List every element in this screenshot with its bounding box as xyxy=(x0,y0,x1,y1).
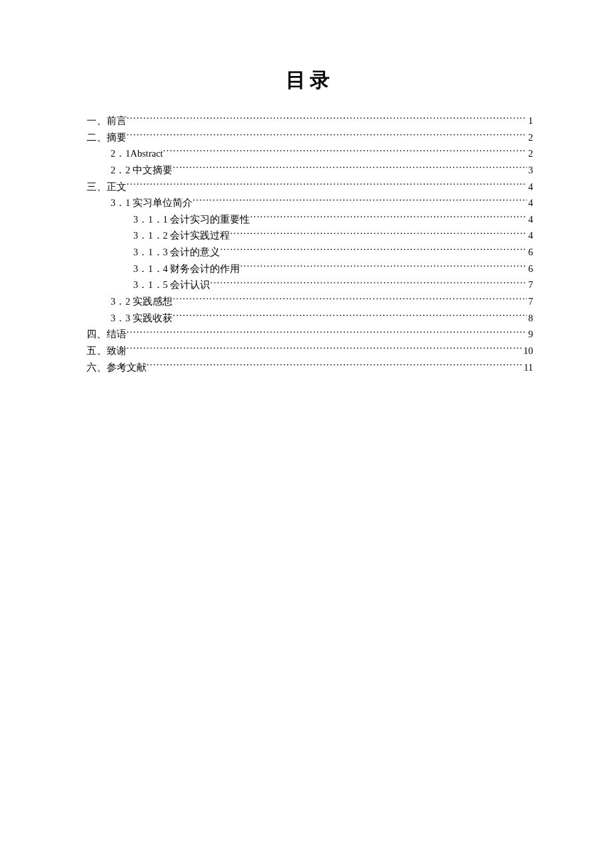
toc-entry-page: 3 xyxy=(527,162,533,179)
toc-leader-dots xyxy=(230,229,526,239)
toc-entry-page: 4 xyxy=(527,211,533,228)
toc-leader-dots xyxy=(240,262,526,272)
toc-entry-page: 9 xyxy=(527,326,533,343)
toc-entry-page: 7 xyxy=(527,277,533,293)
toc-entry: 3．1．4 财务会计的作用 6 xyxy=(87,261,533,277)
toc-leader-dots xyxy=(250,213,526,223)
toc-leader-dots xyxy=(173,163,527,173)
toc-entry-label: 3．1．1 会计实习的重要性 xyxy=(133,211,250,228)
toc-entry-label: 2．1Abstract xyxy=(111,145,163,162)
toc-leader-dots xyxy=(220,246,526,256)
toc-leader-dots xyxy=(163,147,527,157)
toc-entry-label: 3．1 实习单位简介 xyxy=(111,195,193,211)
toc-entry-page: 7 xyxy=(527,293,533,310)
toc-entry: 3．1．3 会计的意义 6 xyxy=(87,244,533,261)
toc-entry: 三、正文 4 xyxy=(87,179,533,195)
toc-entry: 五、致谢 10 xyxy=(87,343,533,359)
toc-entry: 四、结语 9 xyxy=(87,326,533,343)
toc-entry-page: 2 xyxy=(527,129,533,146)
toc-entry-page: 4 xyxy=(527,179,533,195)
toc-entry-label: 3．1．5 会计认识 xyxy=(133,277,210,293)
toc-list: 一、前言 1 二、摘要 2 2．1Abstract 2 2．2 中文摘要 3 三… xyxy=(87,113,533,375)
toc-entry: 3．1．2 会计实践过程 4 xyxy=(87,227,533,244)
toc-entry-label: 一、前言 xyxy=(87,113,127,129)
toc-entry: 3．1 实习单位简介 4 xyxy=(87,195,533,211)
toc-entry-page: 10 xyxy=(522,343,534,359)
toc-entry-label: 四、结语 xyxy=(87,326,127,343)
toc-entry-label: 2．2 中文摘要 xyxy=(111,162,173,179)
toc-entry-page: 11 xyxy=(522,359,533,376)
toc-leader-dots xyxy=(173,295,527,305)
toc-entry: 六、参考文献 11 xyxy=(87,359,533,376)
toc-entry-label: 3．2 实践感想 xyxy=(111,293,173,310)
toc-title: 目录 xyxy=(87,67,533,94)
toc-entry-label: 3．1．3 会计的意义 xyxy=(133,244,220,261)
toc-entry-label: 3．1．2 会计实践过程 xyxy=(133,227,230,244)
toc-leader-dots xyxy=(127,131,527,141)
toc-entry-label: 3．1．4 财务会计的作用 xyxy=(133,261,240,277)
toc-entry: 2．2 中文摘要 3 xyxy=(87,162,533,179)
toc-entry-label: 3．3 实践收获 xyxy=(111,310,173,327)
toc-entry: 3．2 实践感想 7 xyxy=(87,293,533,310)
toc-entry: 3．1．5 会计认识 7 xyxy=(87,277,533,293)
toc-leader-dots xyxy=(127,344,522,354)
toc-entry-page: 8 xyxy=(527,310,533,327)
toc-entry-label: 二、摘要 xyxy=(87,129,127,146)
toc-entry-page: 4 xyxy=(527,195,533,211)
toc-entry: 2．1Abstract 2 xyxy=(87,145,533,162)
toc-entry-page: 6 xyxy=(527,261,533,277)
toc-entry-label: 五、致谢 xyxy=(87,343,127,359)
toc-leader-dots xyxy=(127,180,527,190)
toc-entry-page: 4 xyxy=(527,227,533,244)
toc-entry: 一、前言 1 xyxy=(87,113,533,129)
toc-leader-dots xyxy=(127,328,527,338)
toc-entry-page: 1 xyxy=(527,113,533,129)
toc-leader-dots xyxy=(193,197,527,207)
toc-entry-label: 六、参考文献 xyxy=(87,359,147,376)
toc-entry-page: 2 xyxy=(527,145,533,162)
document-page: 目录 一、前言 1 二、摘要 2 2．1Abstract 2 2．2 中文摘要 … xyxy=(0,0,613,375)
toc-leader-dots xyxy=(210,279,526,289)
toc-leader-dots xyxy=(127,115,527,125)
toc-entry: 3．1．1 会计实习的重要性 4 xyxy=(87,211,533,228)
toc-entry-label: 三、正文 xyxy=(87,179,127,195)
toc-entry-page: 6 xyxy=(527,244,533,261)
toc-entry: 3．3 实践收获 8 xyxy=(87,310,533,327)
toc-entry: 二、摘要 2 xyxy=(87,129,533,146)
toc-leader-dots xyxy=(147,361,522,371)
toc-leader-dots xyxy=(173,311,527,321)
